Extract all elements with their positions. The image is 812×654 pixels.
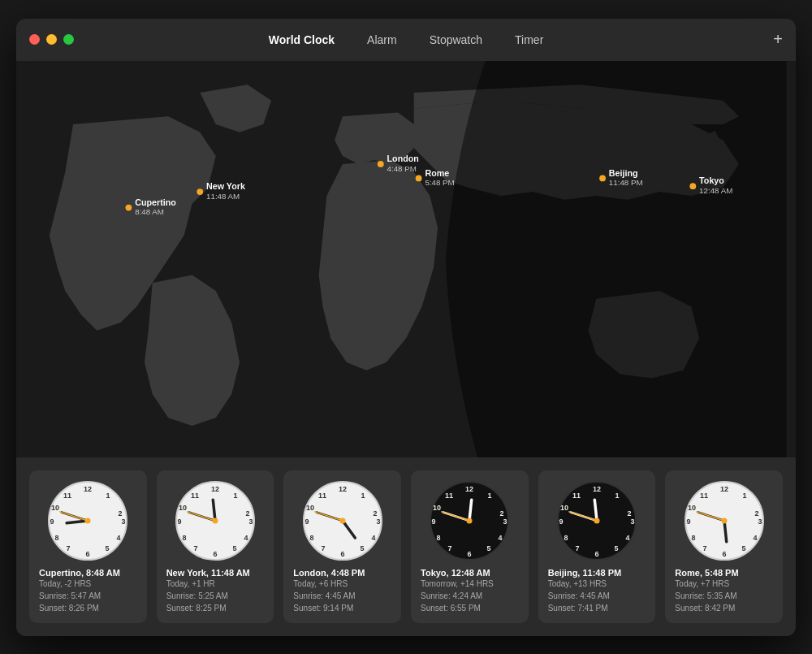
clock-city-time: London, 4:48 PM: [293, 568, 391, 578]
clock-city-time: Tokyo, 12:48 AM: [421, 568, 519, 578]
svg-point-13: [599, 175, 606, 181]
svg-text:11: 11: [63, 492, 71, 500]
svg-text:11: 11: [572, 492, 581, 500]
svg-text:2: 2: [119, 509, 123, 518]
svg-text:Tokyo: Tokyo: [699, 175, 724, 185]
svg-text:Beijing: Beijing: [609, 167, 638, 177]
clock-relative: Today, -2 HRS: [39, 578, 137, 590]
tab-alarm[interactable]: Alarm: [361, 30, 404, 50]
svg-text:5: 5: [741, 544, 745, 552]
svg-text:3: 3: [122, 518, 126, 526]
svg-text:Rome: Rome: [425, 167, 449, 177]
svg-text:12: 12: [339, 485, 347, 493]
clock-relative: Today, +13 HRS: [548, 578, 646, 590]
tab-stopwatch[interactable]: Stopwatch: [423, 30, 489, 50]
clock-sunset: Sunset: 7:41 PM: [548, 602, 646, 614]
svg-text:6: 6: [595, 550, 599, 558]
svg-point-4: [197, 188, 203, 195]
svg-text:5: 5: [487, 544, 491, 552]
clock-relative: Today, +6 HRS: [293, 578, 391, 590]
svg-text:11: 11: [318, 492, 326, 500]
svg-text:4: 4: [117, 534, 121, 542]
close-button[interactable]: [29, 34, 40, 45]
svg-point-7: [378, 160, 384, 167]
svg-text:8:48 AM: 8:48 AM: [135, 207, 164, 216]
svg-text:6: 6: [213, 550, 217, 558]
clock-card-new york: 121234567891011 New York, 11:48 AM Today…: [157, 470, 274, 623]
svg-text:7: 7: [702, 544, 706, 552]
svg-text:4: 4: [626, 534, 630, 542]
clock-sunset: Sunset: 8:42 PM: [675, 602, 773, 614]
svg-text:7: 7: [321, 544, 325, 552]
svg-text:7: 7: [576, 544, 580, 552]
traffic-lights: [29, 34, 74, 45]
svg-text:3: 3: [631, 518, 635, 526]
svg-text:9: 9: [50, 518, 54, 526]
add-city-button[interactable]: +: [773, 30, 783, 49]
svg-text:8: 8: [55, 534, 59, 542]
svg-text:2: 2: [373, 509, 377, 518]
svg-text:8: 8: [691, 534, 695, 542]
svg-text:3: 3: [503, 518, 508, 526]
svg-point-103: [594, 518, 600, 523]
clock-sunrise: Sunrise: 5:25 AM: [166, 590, 265, 602]
clock-card-london: 121234567891011 London, 4:48 PM Today, +…: [283, 470, 401, 623]
svg-text:12: 12: [593, 485, 601, 493]
analog-clock-cupertino: 121234567891011: [47, 480, 128, 561]
svg-text:1: 1: [361, 492, 365, 500]
svg-text:12: 12: [465, 485, 473, 493]
svg-text:10: 10: [179, 504, 187, 512]
analog-clock-rome: 121234567891011: [684, 480, 765, 561]
svg-text:6: 6: [340, 550, 344, 558]
svg-text:6: 6: [468, 550, 472, 558]
svg-point-16: [689, 183, 696, 189]
clock-sunset: Sunset: 8:26 PM: [39, 602, 137, 614]
svg-text:4: 4: [753, 534, 757, 542]
clock-sunrise: Sunrise: 4:24 AM: [421, 590, 519, 602]
world-map-svg: Cupertino 8:48 AM New York 11:48 AM Lond…: [16, 61, 796, 457]
svg-text:2: 2: [245, 509, 249, 518]
tab-bar: World Clock Alarm Stopwatch Timer: [262, 30, 551, 50]
clock-sunrise: Sunrise: 4:45 AM: [293, 590, 391, 602]
svg-text:10: 10: [688, 504, 696, 512]
svg-text:12: 12: [211, 485, 219, 493]
svg-text:London: London: [387, 153, 419, 162]
svg-text:10: 10: [306, 504, 314, 512]
svg-text:9: 9: [686, 518, 690, 526]
svg-text:9: 9: [177, 518, 181, 526]
clock-sunrise: Sunrise: 4:45 AM: [548, 590, 646, 602]
svg-text:2: 2: [628, 509, 632, 518]
svg-point-52: [213, 518, 218, 523]
svg-text:9: 9: [559, 518, 564, 526]
svg-text:5: 5: [615, 544, 619, 552]
clock-card-tokyo: 121234567891011 Tokyo, 12:48 AM Tomorrow…: [411, 470, 529, 623]
svg-text:5:48 PM: 5:48 PM: [425, 178, 454, 187]
analog-clock-new york: 121234567891011: [175, 480, 256, 561]
tab-timer[interactable]: Timer: [508, 30, 550, 50]
clock-card-beijing: 121234567891011 Beijing, 11:48 PM Today,…: [538, 470, 656, 623]
svg-text:3: 3: [376, 518, 380, 526]
clocks-bar: 121234567891011 Cupertino, 8:48 AM Today…: [16, 457, 796, 636]
svg-text:1: 1: [106, 492, 110, 500]
svg-text:8: 8: [309, 534, 313, 542]
tab-world-clock[interactable]: World Clock: [262, 30, 341, 50]
maximize-button[interactable]: [63, 34, 74, 45]
clock-relative: Today, +7 HRS: [675, 578, 773, 590]
svg-text:2: 2: [500, 509, 504, 518]
svg-text:1: 1: [488, 492, 492, 500]
clock-sunrise: Sunrise: 5:47 AM: [39, 590, 137, 602]
minimize-button[interactable]: [46, 34, 57, 45]
svg-text:7: 7: [448, 544, 452, 552]
svg-text:4: 4: [499, 534, 503, 542]
app-window: World Clock Alarm Stopwatch Timer +: [16, 19, 796, 636]
clock-relative: Tomorrow, +14 HRS: [421, 578, 519, 590]
analog-clock-london: 121234567891011: [302, 480, 383, 561]
svg-text:8: 8: [564, 534, 568, 542]
svg-text:3: 3: [758, 518, 762, 526]
svg-text:5: 5: [106, 544, 110, 552]
clock-city-time: Beijing, 11:48 PM: [548, 568, 646, 578]
world-map-area: Cupertino 8:48 AM New York 11:48 AM Lond…: [16, 61, 796, 457]
svg-text:1: 1: [233, 492, 237, 500]
svg-text:11: 11: [445, 492, 453, 500]
svg-text:4: 4: [244, 534, 248, 542]
